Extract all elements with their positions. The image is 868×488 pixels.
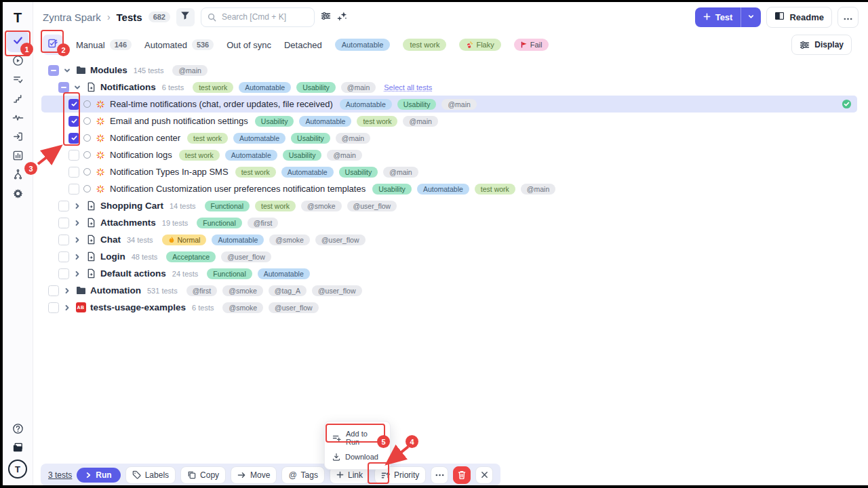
tree-row[interactable]: Modules145 tests@main (41, 62, 857, 79)
row-title[interactable]: Real-time notifications (chat, order upd… (110, 99, 333, 109)
sidebar-item-tests[interactable] (7, 30, 28, 52)
labels-button[interactable]: Labels (125, 466, 176, 484)
menu-item-add-to-run[interactable]: Add to Run (325, 426, 390, 449)
search-box[interactable] (201, 7, 315, 27)
tag-chip[interactable]: Usability (291, 133, 330, 144)
filter-automated[interactable]: Automated536 (144, 39, 214, 50)
tree-row[interactable]: Notification Types In-app SMStest workAu… (41, 163, 857, 180)
tag-chip[interactable]: Acceptance (166, 251, 216, 262)
tag-chip[interactable]: @user_flow (221, 251, 271, 262)
filter-detached[interactable]: Detached (284, 40, 322, 50)
ai-sparkle-button[interactable] (337, 11, 347, 24)
tag-chip[interactable]: @smoke (222, 285, 263, 296)
chevron-right-icon[interactable] (73, 253, 81, 261)
sidebar-item-projects[interactable] (7, 439, 28, 458)
row-title[interactable]: Login (100, 251, 125, 262)
tag-chip[interactable]: Automatable (281, 167, 334, 178)
tree-row[interactable]: Notifications6 teststest workAutomatable… (41, 79, 857, 96)
more-options-button[interactable] (837, 7, 859, 28)
sidebar-item-runs[interactable] (7, 52, 28, 71)
chevron-down-icon[interactable] (63, 66, 71, 75)
breadcrumb-section[interactable]: Tests (117, 12, 142, 23)
tag-chip[interactable]: @main (521, 184, 555, 195)
more-actions-button[interactable] (431, 466, 448, 484)
row-checkbox[interactable] (48, 285, 59, 296)
app-logo[interactable]: T (14, 6, 22, 29)
row-checkbox[interactable] (68, 167, 79, 178)
row-checkbox[interactable] (58, 218, 69, 228)
sidebar-item-import[interactable] (7, 128, 28, 147)
tags-button[interactable]: @Tags (281, 466, 325, 484)
sidebar-item-plans[interactable] (7, 71, 28, 90)
new-test-dropdown[interactable] (741, 7, 761, 27)
row-checkbox[interactable] (58, 235, 69, 245)
tag-chip[interactable]: Automatable (212, 235, 264, 245)
delete-button[interactable] (453, 466, 471, 484)
tree-row[interactable]: Shopping Cart14 testsFunctionaltest work… (41, 197, 857, 214)
selected-count-link[interactable]: 3 tests (48, 470, 72, 480)
row-checkbox[interactable] (58, 201, 69, 211)
tag-chip[interactable]: Automatable (233, 133, 285, 144)
tag-chip[interactable]: test work (255, 201, 296, 211)
row-title[interactable]: Notification logs (110, 150, 172, 160)
tag-chip[interactable]: test work (475, 184, 515, 195)
tag-chip[interactable]: @user_flow (315, 235, 366, 245)
tag-chip[interactable]: Automatable (299, 116, 351, 127)
row-checkbox[interactable] (58, 268, 69, 279)
tree-row[interactable]: ABtests-usage-examples6 tests@smoke@user… (41, 299, 857, 316)
search-input[interactable] (220, 12, 308, 22)
tree-row[interactable]: Chat34 testsNormalAutomatable@smoke@user… (41, 231, 857, 248)
tag-chip[interactable]: Usability (283, 150, 322, 161)
tag-chip[interactable]: @smoke (269, 235, 310, 245)
filter-chip-test-work[interactable]: test work (403, 39, 446, 51)
sidebar-item-settings[interactable] (7, 185, 28, 204)
chevron-down-icon[interactable] (73, 83, 81, 92)
row-title[interactable]: Default actions (100, 268, 166, 279)
tree-row[interactable]: Default actions24 testsFunctionalAutomat… (41, 265, 857, 282)
tag-chip[interactable]: @user_flow (347, 201, 397, 211)
tag-chip[interactable]: Functional (205, 201, 250, 211)
tree-row[interactable]: Real-time notifications (chat, order upd… (41, 96, 857, 113)
breadcrumb-project[interactable]: Zyntra Spark (43, 12, 101, 23)
view-settings-button[interactable] (321, 11, 331, 23)
tag-chip[interactable]: Usability (296, 82, 336, 93)
tag-chip[interactable]: Usability (255, 116, 294, 127)
row-checkbox[interactable] (58, 251, 69, 262)
filter-out-of-sync[interactable]: Out of sync (226, 40, 271, 50)
row-checkbox[interactable] (68, 116, 79, 127)
row-title[interactable]: Attachments (100, 218, 156, 228)
tag-chip[interactable]: @first (186, 285, 218, 296)
tag-chip[interactable]: Functional (197, 218, 241, 228)
tag-chip[interactable]: Functional (207, 268, 252, 279)
select-all-tests-link[interactable]: Select all tests (384, 83, 432, 92)
filter-funnel-button[interactable] (176, 8, 195, 26)
tree-row[interactable]: Notification Customization user preferen… (41, 180, 857, 197)
tag-chip[interactable]: @first (248, 218, 279, 228)
row-title[interactable]: tests-usage-examples (90, 302, 186, 312)
tree-row[interactable]: Login48 testsAcceptance@user_flow (41, 248, 857, 265)
close-selection-button[interactable] (475, 466, 493, 484)
chevron-right-icon[interactable] (63, 304, 71, 312)
row-checkbox[interactable] (68, 150, 79, 161)
sidebar-item-reports[interactable] (7, 147, 28, 166)
tag-chip[interactable]: @smoke (301, 201, 342, 211)
filter-chip-flaky[interactable]: Flaky (459, 39, 500, 51)
sidebar-item-pulse[interactable] (7, 109, 28, 128)
tag-chip[interactable]: @main (341, 82, 376, 93)
tag-chip[interactable]: @main (441, 99, 476, 110)
tag-chip[interactable]: Automatable (239, 82, 291, 93)
chevron-right-icon[interactable] (73, 270, 81, 278)
row-title[interactable]: Notification center (110, 133, 180, 143)
tree-row[interactable]: Email and push notification settingsUsab… (41, 113, 857, 129)
tag-chip[interactable]: Normal (162, 235, 207, 245)
row-checkbox[interactable] (68, 133, 79, 144)
tag-chip[interactable]: Automatable (225, 150, 277, 161)
sidebar-item-steps[interactable] (7, 90, 28, 109)
row-checkbox[interactable] (48, 65, 59, 76)
row-title[interactable]: Email and push notification settings (110, 116, 248, 126)
bottom-logo[interactable]: T (8, 460, 27, 479)
tag-chip[interactable]: Automatable (417, 184, 469, 195)
tag-chip[interactable]: @user_flow (269, 302, 319, 313)
tag-chip[interactable]: @smoke (222, 302, 263, 313)
move-button[interactable]: Move (231, 466, 277, 484)
